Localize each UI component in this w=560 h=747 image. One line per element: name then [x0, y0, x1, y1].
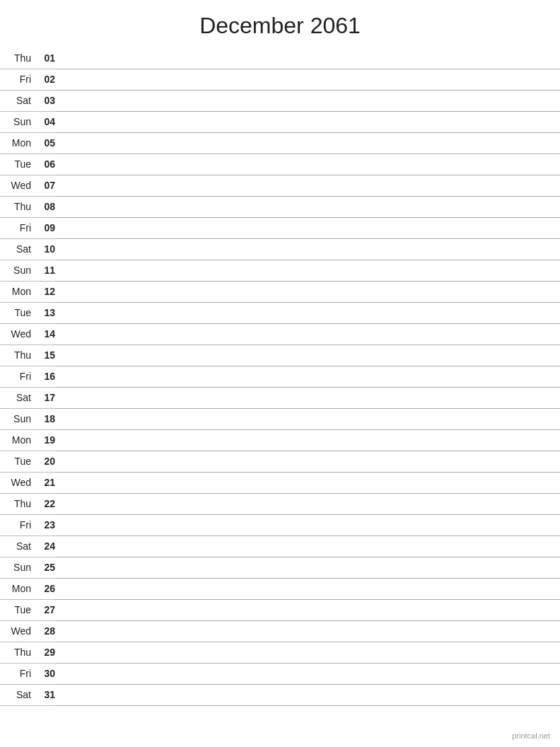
day-of-week-label: Thu: [0, 493, 31, 514]
list-item: Mon05: [0, 132, 560, 154]
day-line: [55, 344, 560, 366]
day-of-week-label: Fri: [0, 69, 31, 90]
day-line: [55, 493, 560, 514]
day-number-label: 15: [31, 344, 55, 366]
day-of-week-label: Wed: [0, 323, 31, 344]
day-of-week-label: Fri: [0, 217, 31, 238]
day-of-week-label: Fri: [0, 514, 31, 535]
day-of-week-label: Thu: [0, 642, 31, 663]
day-number-label: 07: [31, 175, 55, 196]
day-line: [55, 217, 560, 238]
day-of-week-label: Wed: [0, 620, 31, 642]
day-of-week-label: Sun: [0, 260, 31, 281]
day-number-label: 19: [31, 429, 55, 451]
list-item: Fri02: [0, 69, 560, 90]
day-number-label: 30: [31, 663, 55, 684]
list-item: Sun18: [0, 408, 560, 429]
day-line: [55, 620, 560, 642]
day-number-label: 16: [31, 366, 55, 387]
day-of-week-label: Mon: [0, 281, 31, 302]
day-line: [55, 175, 560, 196]
day-of-week-label: Fri: [0, 366, 31, 387]
day-line: [55, 557, 560, 578]
day-line: [55, 47, 560, 69]
day-number-label: 03: [31, 90, 55, 111]
day-line: [55, 408, 560, 429]
day-line: [55, 238, 560, 260]
day-number-label: 13: [31, 302, 55, 323]
day-number-label: 09: [31, 217, 55, 238]
day-of-week-label: Wed: [0, 175, 31, 196]
list-item: Fri30: [0, 663, 560, 684]
list-item: Wed21: [0, 472, 560, 493]
list-item: Thu01: [0, 47, 560, 69]
day-of-week-label: Sun: [0, 557, 31, 578]
day-of-week-label: Sun: [0, 111, 31, 132]
day-of-week-label: Sun: [0, 408, 31, 429]
day-of-week-label: Sat: [0, 90, 31, 111]
list-item: Thu08: [0, 196, 560, 217]
list-item: Fri09: [0, 217, 560, 238]
day-number-label: 04: [31, 111, 55, 132]
day-line: [55, 472, 560, 493]
list-item: Sat17: [0, 387, 560, 408]
day-number-label: 26: [31, 578, 55, 599]
day-number-label: 08: [31, 196, 55, 217]
day-number-label: 22: [31, 493, 55, 514]
list-item: Thu22: [0, 493, 560, 514]
day-of-week-label: Mon: [0, 429, 31, 451]
list-item: Tue20: [0, 451, 560, 472]
day-line: [55, 451, 560, 472]
day-line: [55, 323, 560, 344]
list-item: Fri16: [0, 366, 560, 387]
day-line: [55, 132, 560, 154]
day-number-label: 17: [31, 387, 55, 408]
list-item: Sat10: [0, 238, 560, 260]
day-line: [55, 196, 560, 217]
day-line: [55, 387, 560, 408]
day-line: [55, 260, 560, 281]
list-item: Sat03: [0, 90, 560, 111]
day-line: [55, 684, 560, 705]
list-item: Mon19: [0, 429, 560, 451]
day-number-label: 25: [31, 557, 55, 578]
list-item: Wed07: [0, 175, 560, 196]
day-of-week-label: Mon: [0, 132, 31, 154]
day-number-label: 06: [31, 154, 55, 175]
day-number-label: 12: [31, 281, 55, 302]
list-item: Thu15: [0, 344, 560, 366]
page-title: December 2061: [0, 0, 560, 47]
day-of-week-label: Thu: [0, 196, 31, 217]
day-line: [55, 578, 560, 599]
list-item: Sun11: [0, 260, 560, 281]
day-of-week-label: Tue: [0, 599, 31, 620]
list-item: Tue27: [0, 599, 560, 620]
day-of-week-label: Tue: [0, 451, 31, 472]
day-of-week-label: Tue: [0, 302, 31, 323]
day-line: [55, 599, 560, 620]
day-number-label: 24: [31, 535, 55, 557]
day-line: [55, 111, 560, 132]
day-of-week-label: Tue: [0, 154, 31, 175]
list-item: Sat31: [0, 684, 560, 705]
list-item: Sun25: [0, 557, 560, 578]
day-number-label: 11: [31, 260, 55, 281]
day-line: [55, 663, 560, 684]
day-of-week-label: Fri: [0, 663, 31, 684]
day-number-label: 05: [31, 132, 55, 154]
day-of-week-label: Sat: [0, 535, 31, 557]
day-line: [55, 535, 560, 557]
day-of-week-label: Wed: [0, 472, 31, 493]
day-line: [55, 366, 560, 387]
day-number-label: 02: [31, 69, 55, 90]
list-item: Tue13: [0, 302, 560, 323]
list-item: Fri23: [0, 514, 560, 535]
list-item: Tue06: [0, 154, 560, 175]
day-line: [55, 90, 560, 111]
calendar-table: Thu01Fri02Sat03Sun04Mon05Tue06Wed07Thu08…: [0, 47, 560, 706]
day-line: [55, 302, 560, 323]
list-item: Wed14: [0, 323, 560, 344]
day-line: [55, 154, 560, 175]
day-number-label: 21: [31, 472, 55, 493]
day-number-label: 01: [31, 47, 55, 69]
